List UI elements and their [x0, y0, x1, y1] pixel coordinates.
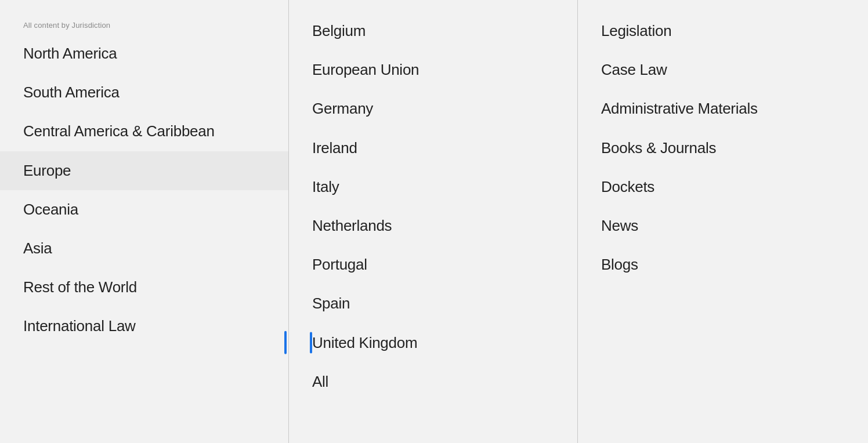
- country-item-european-union[interactable]: European Union: [312, 50, 566, 89]
- content-type-blogs[interactable]: Blogs: [601, 245, 856, 284]
- country-item-ireland[interactable]: Ireland: [312, 129, 566, 168]
- section-label: All content by Jurisdiction: [23, 12, 277, 34]
- content-type-dockets[interactable]: Dockets: [601, 168, 856, 206]
- content-type-news[interactable]: News: [601, 206, 856, 245]
- country-item-portugal[interactable]: Portugal: [312, 245, 566, 284]
- content-type-case-law[interactable]: Case Law: [601, 50, 856, 89]
- country-item-united-kingdom[interactable]: United Kingdom: [287, 324, 566, 362]
- sidebar-item-oceania[interactable]: Oceania: [23, 190, 277, 229]
- country-item-italy[interactable]: Italy: [312, 168, 566, 206]
- content-type-administrative-materials[interactable]: Administrative Materials: [601, 89, 856, 128]
- country-item-netherlands[interactable]: Netherlands: [312, 206, 566, 245]
- sidebar-item-asia[interactable]: Asia: [23, 229, 277, 268]
- country-item-germany[interactable]: Germany: [312, 89, 566, 128]
- region-column: All content by Jurisdiction North Americ…: [0, 0, 289, 443]
- content-type-column: Legislation Case Law Administrative Mate…: [578, 0, 868, 443]
- content-type-books-journals[interactable]: Books & Journals: [601, 129, 856, 168]
- country-item-spain[interactable]: Spain: [312, 284, 566, 323]
- sidebar-item-north-america[interactable]: North America: [23, 34, 277, 73]
- jurisdiction-menu: All content by Jurisdiction North Americ…: [0, 0, 868, 443]
- content-type-legislation[interactable]: Legislation: [601, 12, 856, 50]
- sidebar-item-south-america[interactable]: South America: [23, 73, 277, 112]
- sidebar-item-central-america-caribbean[interactable]: Central America & Caribbean: [23, 112, 277, 151]
- sidebar-item-europe[interactable]: Europe: [0, 151, 288, 190]
- country-item-belgium[interactable]: Belgium: [312, 12, 566, 50]
- sidebar-item-international-law[interactable]: International Law: [23, 307, 277, 346]
- country-item-all[interactable]: All: [312, 362, 566, 401]
- sidebar-item-rest-of-the-world[interactable]: Rest of the World: [23, 268, 277, 307]
- country-column: Belgium European Union Germany Ireland I…: [289, 0, 578, 443]
